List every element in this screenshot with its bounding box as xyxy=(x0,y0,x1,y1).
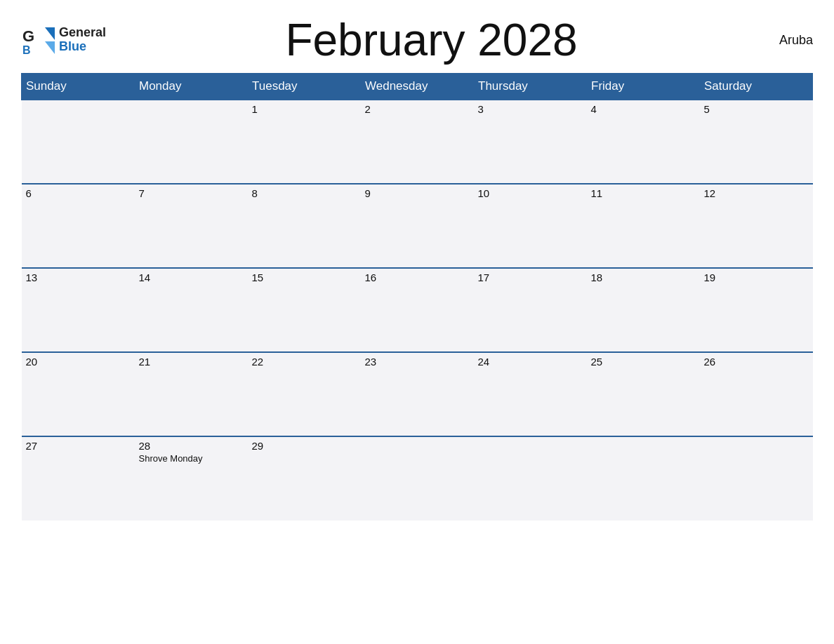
calendar-day-cell: 19 xyxy=(700,268,813,352)
day-number: 2 xyxy=(365,103,470,115)
day-number: 8 xyxy=(252,187,357,199)
calendar-day-cell: 23 xyxy=(361,352,474,436)
col-friday: Friday xyxy=(587,74,700,100)
svg-marker-3 xyxy=(45,41,55,54)
calendar-day-cell: 5 xyxy=(700,100,813,184)
calendar-day-cell: 10 xyxy=(474,184,587,268)
day-number: 18 xyxy=(591,271,696,283)
header: G B General Blue February 2028 Aruba xyxy=(21,14,813,66)
calendar-day-cell: 6 xyxy=(22,184,135,268)
day-number: 3 xyxy=(478,103,583,115)
day-number: 29 xyxy=(252,440,357,452)
logo-general-text: General xyxy=(59,26,106,40)
day-number: 4 xyxy=(591,103,696,115)
day-number: 5 xyxy=(704,103,809,115)
col-thursday: Thursday xyxy=(474,74,587,100)
calendar-day-cell: 16 xyxy=(361,268,474,352)
days-of-week-row: Sunday Monday Tuesday Wednesday Thursday… xyxy=(22,74,813,100)
logo: G B General Blue xyxy=(21,23,106,57)
day-number: 13 xyxy=(26,271,131,283)
calendar-day-cell: 24 xyxy=(474,352,587,436)
calendar-week-row: 6789101112 xyxy=(22,184,813,268)
calendar-day-cell: 4 xyxy=(587,100,700,184)
calendar-day-cell: 18 xyxy=(587,268,700,352)
day-number: 17 xyxy=(478,271,583,283)
day-number: 1 xyxy=(252,103,357,115)
calendar-week-row: 12345 xyxy=(22,100,813,184)
calendar-day-cell: 3 xyxy=(474,100,587,184)
calendar-day-cell xyxy=(135,100,248,184)
day-number: 27 xyxy=(26,440,131,452)
day-number: 6 xyxy=(26,187,131,199)
day-number: 19 xyxy=(704,271,809,283)
day-number: 14 xyxy=(139,271,244,283)
col-tuesday: Tuesday xyxy=(248,74,361,100)
calendar-day-cell xyxy=(700,436,813,521)
day-number: 24 xyxy=(478,356,583,368)
day-number: 10 xyxy=(478,187,583,199)
day-number: 11 xyxy=(591,187,696,199)
col-saturday: Saturday xyxy=(700,74,813,100)
day-number: 12 xyxy=(704,187,809,199)
calendar-day-cell xyxy=(474,436,587,521)
logo-blue-text: Blue xyxy=(59,40,106,54)
country-label: Aruba xyxy=(757,33,813,48)
day-number: 22 xyxy=(252,356,357,368)
calendar-day-cell xyxy=(22,100,135,184)
calendar-day-cell: 13 xyxy=(22,268,135,352)
day-number: 16 xyxy=(365,271,470,283)
calendar-body: 1234567891011121314151617181920212223242… xyxy=(22,100,813,521)
logo-text: General Blue xyxy=(59,26,106,54)
calendar-day-cell: 26 xyxy=(700,352,813,436)
day-number: 28 xyxy=(139,440,244,452)
day-number: 7 xyxy=(139,187,244,199)
page-title: February 2028 xyxy=(106,14,757,66)
calendar-day-cell: 22 xyxy=(248,352,361,436)
calendar-day-cell: 15 xyxy=(248,268,361,352)
calendar-week-row: 20212223242526 xyxy=(22,352,813,436)
day-number: 26 xyxy=(704,356,809,368)
svg-marker-2 xyxy=(45,27,55,40)
page: G B General Blue February 2028 Aruba Sun… xyxy=(0,0,834,644)
calendar-day-cell: 14 xyxy=(135,268,248,352)
calendar-day-cell: 9 xyxy=(361,184,474,268)
calendar-day-cell: 12 xyxy=(700,184,813,268)
col-sunday: Sunday xyxy=(22,74,135,100)
calendar-header: Sunday Monday Tuesday Wednesday Thursday… xyxy=(22,74,813,100)
calendar-day-cell: 29 xyxy=(248,436,361,521)
calendar-day-cell: 11 xyxy=(587,184,700,268)
calendar-table: Sunday Monday Tuesday Wednesday Thursday… xyxy=(21,73,813,521)
logo-icon: G B xyxy=(21,23,55,57)
calendar-day-cell xyxy=(361,436,474,521)
calendar-week-row: 13141516171819 xyxy=(22,268,813,352)
calendar-day-cell: 2 xyxy=(361,100,474,184)
day-number: 9 xyxy=(365,187,470,199)
calendar-day-cell: 25 xyxy=(587,352,700,436)
calendar-day-cell: 8 xyxy=(248,184,361,268)
day-number: 23 xyxy=(365,356,470,368)
svg-text:B: B xyxy=(22,44,31,56)
col-wednesday: Wednesday xyxy=(361,74,474,100)
col-monday: Monday xyxy=(135,74,248,100)
day-number: 21 xyxy=(139,356,244,368)
day-event: Shrove Monday xyxy=(139,453,203,464)
calendar-day-cell: 1 xyxy=(248,100,361,184)
calendar-day-cell xyxy=(587,436,700,521)
day-number: 20 xyxy=(26,356,131,368)
calendar-day-cell: 17 xyxy=(474,268,587,352)
day-number: 15 xyxy=(252,271,357,283)
calendar-day-cell: 20 xyxy=(22,352,135,436)
day-number: 25 xyxy=(591,356,696,368)
calendar-day-cell: 27 xyxy=(22,436,135,521)
svg-text:G: G xyxy=(22,27,34,45)
calendar-week-row: 2728Shrove Monday29 xyxy=(22,436,813,521)
calendar-day-cell: 21 xyxy=(135,352,248,436)
calendar-day-cell: 28Shrove Monday xyxy=(135,436,248,521)
calendar-day-cell: 7 xyxy=(135,184,248,268)
